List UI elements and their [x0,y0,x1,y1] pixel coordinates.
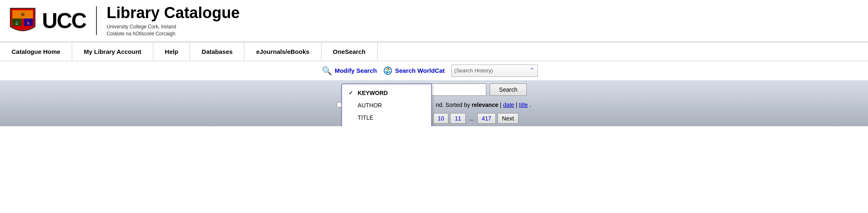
menu-item-author[interactable]: AUTHOR [342,99,431,111]
nav-databases[interactable]: Databases [190,42,244,61]
svg-text:⚓: ⚓ [15,21,19,25]
nav-ejournals-ebooks[interactable]: eJournals/eBooks [244,42,321,61]
checkmark-icon: ✓ [349,90,354,96]
pagination-ellipsis: ... [467,113,476,123]
nav-onesearch[interactable]: OneSearch [321,42,378,61]
search-history-arrow-icon: ⌃ [529,66,535,75]
modify-search-icon: 🔍 [322,66,332,76]
search-type-menu: ✓ KEYWORD AUTHOR TITLE SUBJECT CLASSIFIC… [341,83,432,126]
library-catalogue-title: Library Catalogue [107,4,240,22]
sort-title-link[interactable]: title [519,102,528,108]
menu-item-title[interactable]: TITLE [342,111,431,124]
worldcat-icon [383,66,392,75]
results-text: nd. Sorted by relevance | date | title . [436,102,531,108]
no-checkmark-2 [349,115,354,120]
sort-relevance-bold: relevance [472,102,498,108]
search-worldcat-label: Search WorldCat [395,67,445,74]
pagination-row: 4 5 6 7 8 9 10 11 ... 417 Next [0,111,868,126]
nav-my-library-account[interactable]: My Library Account [72,42,153,61]
menu-item-keyword-label: KEYWORD [358,90,388,96]
logo-text-block: Library Catalogue University College Cor… [107,4,240,37]
next-button[interactable]: Next [497,113,518,124]
results-info-row: limit search to available items nd. Sort… [0,99,868,111]
modify-search-label: Modify Search [335,67,377,74]
nav-help[interactable]: Help [153,42,190,61]
search-history-text: (Search History) [454,67,529,74]
search-worldcat-link[interactable]: Search WorldCat [383,66,445,75]
page-link-last[interactable]: 417 [477,113,496,124]
search-history-select[interactable]: (Search History) ⌃ [451,65,538,77]
modify-search-link[interactable]: 🔍 Modify Search [322,66,377,76]
ucc-shield-icon: ✠ ⚓ 🦌 [8,6,37,35]
svg-text:🦌: 🦌 [26,21,30,25]
logo-area: ✠ ⚓ 🦌 UCC Library Catalogue University C… [8,4,240,37]
no-checkmark [349,102,354,108]
nav-catalogue-home[interactable]: Catalogue Home [0,42,72,61]
university-subtitle: University College Cork, Ireland Coláist… [107,23,240,37]
page-link-10[interactable]: 10 [433,113,449,124]
search-row: ✓ KEYWORD AUTHOR TITLE SUBJECT CLASSIFIC… [0,80,868,99]
logo-divider [96,6,97,35]
menu-item-title-label: TITLE [358,114,373,121]
page-link-11[interactable]: 11 [450,113,466,124]
menu-item-author-label: AUTHOR [358,102,382,109]
ucc-letters: UCC [42,10,86,31]
navbar: Catalogue Home My Library Account Help D… [0,42,868,61]
search-button[interactable]: Search [490,83,527,96]
page-header: ✠ ⚓ 🦌 UCC Library Catalogue University C… [0,0,868,42]
menu-item-keyword[interactable]: ✓ KEYWORD [342,87,431,99]
menu-item-subject[interactable]: SUBJECT [342,124,431,126]
sort-date-link[interactable]: date [503,102,514,108]
search-controls-row: 🔍 Modify Search Search WorldCat (Search … [0,61,868,80]
svg-text:✠: ✠ [21,12,25,17]
